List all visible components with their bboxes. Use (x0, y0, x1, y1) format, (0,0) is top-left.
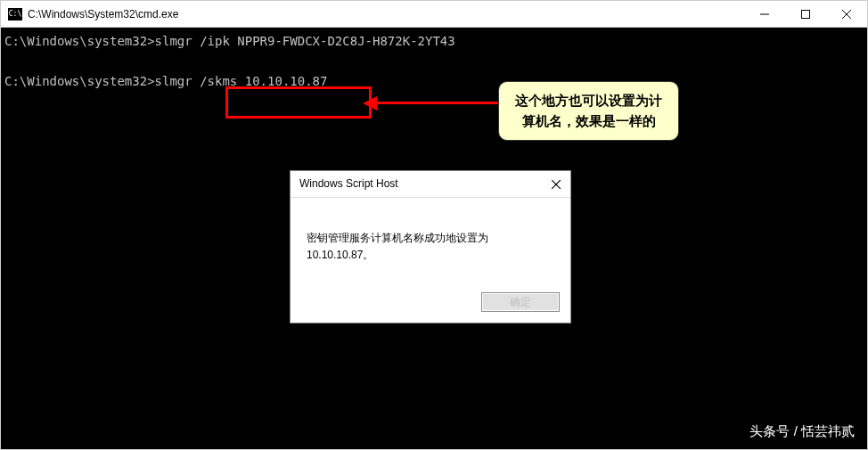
dialog-title: Windows Script Host (299, 176, 544, 192)
cmd-window: C:\ C:\Windows\System32\cmd.exe C:\Windo… (0, 0, 868, 450)
arrow-head-icon (363, 96, 377, 110)
annotation-callout: 这个地方也可以设置为计 算机名，效果是一样的 (498, 81, 679, 141)
dialog-footer: 确定 (291, 285, 570, 323)
dialog-message: 密钥管理服务计算机名称成功地设置为 10.10.10.87。 (291, 198, 570, 285)
callout-text-line1: 这个地方也可以设置为计 (515, 91, 662, 111)
minimize-button[interactable] (744, 1, 785, 27)
script-host-dialog: Windows Script Host 密钥管理服务计算机名称成功地设置为 10… (290, 170, 571, 323)
callout-text-line2: 算机名，效果是一样的 (515, 111, 662, 132)
svg-rect-1 (802, 10, 810, 18)
terminal-blank (4, 51, 864, 70)
watermark-text: 头条号 / 恬芸祎贰 (749, 421, 855, 442)
titlebar: C:\ C:\Windows\System32\cmd.exe (1, 1, 867, 28)
window-controls (744, 1, 867, 27)
ok-button[interactable]: 确定 (481, 292, 560, 312)
terminal-line-1: C:\Windows\system32>slmgr /ipk NPPR9-FWD… (4, 31, 864, 51)
maximize-button[interactable] (785, 1, 826, 27)
terminal-line-2: C:\Windows\system32>slmgr /skms 10.10.10… (4, 71, 864, 91)
window-title: C:\Windows\System32\cmd.exe (28, 8, 744, 20)
close-button[interactable] (826, 1, 867, 27)
arrow-line (375, 102, 498, 104)
dialog-close-button[interactable] (544, 172, 569, 197)
terminal-area[interactable]: C:\Windows\system32>slmgr /ipk NPPR9-FWD… (1, 28, 867, 449)
highlight-box (225, 86, 372, 119)
dialog-titlebar: Windows Script Host (291, 171, 570, 198)
cmd-icon: C:\ (8, 8, 22, 20)
